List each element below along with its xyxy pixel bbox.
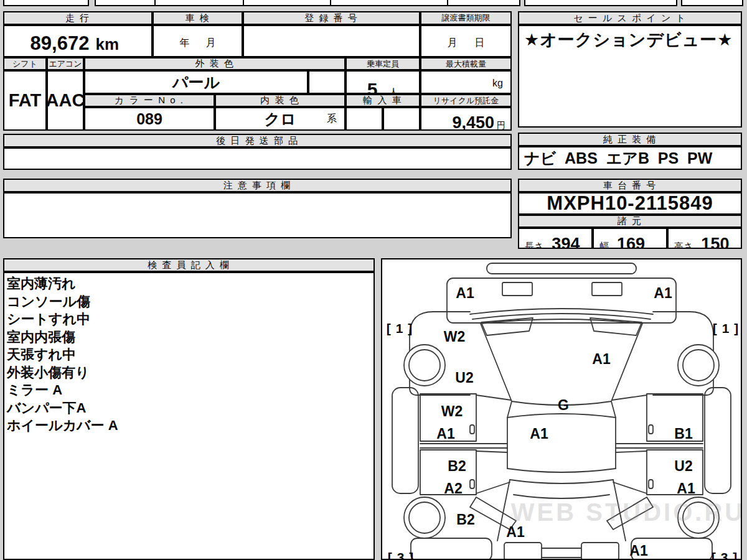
- damage-code-label: G: [558, 397, 569, 413]
- caution-value: [3, 192, 512, 238]
- color-no-header: カ ラ ー N o .: [84, 94, 215, 107]
- mileage-header: 走 行: [3, 11, 153, 25]
- inspector-note-line: バンパー下A: [7, 399, 374, 418]
- exterior-color-extra-cell: [308, 70, 345, 94]
- damage-code-label: A1: [629, 543, 648, 559]
- damage-code-label: A1: [592, 351, 611, 367]
- aircon-value: AAC: [47, 70, 84, 131]
- mileage-number: 89,672: [31, 32, 90, 55]
- inspector-notes: 室内薄汚れコンソール傷シートすれ中室内内張傷天張すれ中外装小傷有りミラー Aバン…: [3, 272, 375, 560]
- imported-header: 輸 入 車: [345, 94, 420, 107]
- registration-header: 登 録 番 号: [243, 11, 420, 25]
- color-no-value: 089: [84, 107, 215, 131]
- later-parts-value: [3, 147, 512, 170]
- inspector-note-line: 室内薄汚れ: [7, 275, 374, 293]
- capacity-value: 5 人: [345, 70, 420, 94]
- top-row-fragment: [524, 0, 677, 6]
- inspector-header: 検 査 員 記 入 欄: [3, 258, 375, 272]
- damage-code-label: B2: [448, 458, 466, 474]
- max-load-value: kg: [420, 70, 512, 94]
- damage-code-label: [ 3 ]: [388, 550, 414, 559]
- interior-color-value: クロ 系: [215, 107, 345, 131]
- top-row-fragment: [3, 0, 89, 6]
- damage-code-label: A1: [530, 426, 548, 442]
- damage-code-label: U2: [455, 370, 473, 386]
- auction-sheet: 走 行 車 検 登 録 番 号 譲渡書類期限 89,672 km 年 月 月 日…: [0, 0, 747, 560]
- damage-code-label: W2: [441, 403, 463, 419]
- top-row-divider: [154, 0, 156, 6]
- car-damage-diagram: WEB STUDIO.RU A1A1[ 1 ][ 1 ]W2U2A1GW2A1A…: [382, 259, 741, 559]
- exterior-color-value: パール: [84, 70, 308, 94]
- shift-value: FAT: [3, 70, 47, 131]
- spec-height-label: 高さ: [674, 241, 693, 249]
- equipment-value: ナビ ABS エアB PS PW: [518, 146, 742, 170]
- damage-code-label: A1: [677, 480, 695, 497]
- damage-code-label: A1: [654, 285, 672, 301]
- top-row-fragment: [681, 0, 743, 6]
- exterior-color-header: 外 装 色: [84, 57, 345, 70]
- damage-code-label: A1: [436, 426, 455, 442]
- inspector-note-line: ミラー A: [7, 381, 374, 399]
- inspection-value: 年 月: [153, 25, 243, 57]
- imported-value-cell: [383, 107, 420, 131]
- spec-height: 高さ 150: [667, 228, 742, 249]
- inspector-note-line: シートすれ中: [7, 310, 374, 329]
- damage-code-label: B2: [456, 511, 474, 528]
- equipment-header: 純 正 装 備: [518, 133, 742, 146]
- interior-color-name: クロ: [264, 109, 296, 129]
- damage-code-label: A1: [506, 524, 525, 540]
- damage-code-label: [ 1 ]: [713, 321, 739, 335]
- inspection-year-label: 年: [179, 37, 189, 50]
- spec-height-value: 150: [701, 235, 729, 249]
- spec-length-label: 長さ: [525, 241, 543, 249]
- sales-point-header: セ ー ル ス ポ イ ン ト: [518, 11, 742, 25]
- sales-point-value: ★オークションデビュー★: [518, 25, 742, 128]
- imported-value-cell: [345, 107, 383, 131]
- inspector-note-line: ホイールカバー A: [7, 417, 374, 435]
- capacity-header: 乗車定員: [345, 57, 420, 70]
- capacity-number: 5: [367, 79, 378, 94]
- inspector-note-line: 天張すれ中: [7, 346, 374, 364]
- recycle-amount: 9,450: [452, 113, 494, 131]
- recycle-header: リサイクル預託金: [420, 94, 512, 107]
- transfer-deadline-header: 譲渡書類期限: [420, 11, 512, 25]
- top-row-fragment: [95, 0, 520, 6]
- capacity-unit: 人: [388, 86, 398, 94]
- damage-code-label: U2: [674, 458, 692, 474]
- transfer-day-label: 日: [474, 37, 484, 50]
- transfer-deadline-value: 月 日: [420, 25, 512, 57]
- mileage-value: 89,672 km: [3, 25, 153, 57]
- damage-code-label: B1: [674, 426, 693, 442]
- top-row-divider: [330, 0, 331, 6]
- chassis-header: 車 台 番 号: [518, 179, 742, 192]
- max-load-header: 最大積載量: [420, 57, 512, 70]
- damage-code-label: W2: [444, 329, 466, 345]
- caution-header: 注 意 事 項 欄: [3, 179, 512, 192]
- inspector-note-line: 室内内張傷: [7, 329, 374, 347]
- fog-lamp-left: [502, 282, 532, 296]
- interior-color-suffix: 系: [327, 113, 337, 126]
- transfer-month-label: 月: [448, 37, 458, 50]
- damage-code-label: [ 3 ]: [712, 550, 738, 559]
- specs-header: 諸 元: [518, 215, 742, 228]
- damage-code-label: A1: [456, 285, 474, 301]
- spec-length-value: 394: [552, 235, 580, 249]
- spec-length: 長さ 394: [518, 228, 593, 249]
- mileage-unit: km: [95, 35, 119, 54]
- top-row-divider: [243, 0, 244, 6]
- damage-code-label: A2: [444, 480, 462, 497]
- door-handles: [470, 425, 653, 488]
- registration-value: [243, 25, 420, 57]
- spec-width: 幅 169: [593, 228, 667, 249]
- chassis-value: MXPH10-2115849: [518, 192, 742, 215]
- later-parts-header: 後 日 発 送 部 品: [3, 134, 512, 147]
- damage-diagram-box: WEB STUDIO.RU A1A1[ 1 ][ 1 ]W2U2A1GW2A1A…: [381, 258, 742, 560]
- shift-header: シフト: [3, 57, 47, 70]
- fog-lamp-right: [592, 282, 622, 296]
- recycle-unit: 円: [497, 120, 505, 131]
- spec-width-label: 幅: [599, 241, 609, 249]
- spec-width-value: 169: [617, 235, 645, 249]
- inspection-header: 車 検: [153, 11, 243, 25]
- interior-color-header: 内 装 色: [215, 94, 345, 107]
- top-row-divider: [447, 0, 448, 6]
